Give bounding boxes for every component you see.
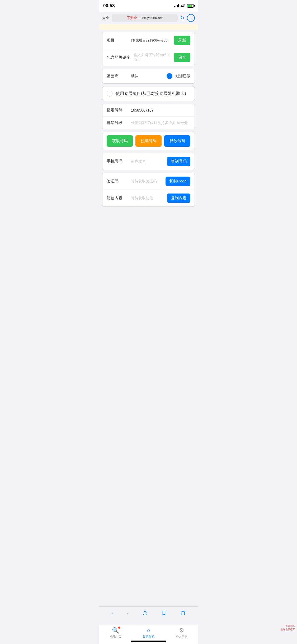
exclude-label: 排除号段 xyxy=(107,120,128,125)
copy-code-button[interactable]: 复制Code xyxy=(166,177,190,186)
battery-icon: ⚡ xyxy=(187,4,194,8)
url-separator: — xyxy=(138,16,141,20)
mobile-label: 手机号码 xyxy=(107,159,128,164)
verification-placeholder: 等待获取验证码 xyxy=(131,179,162,184)
copy-content-button[interactable]: 复制内容 xyxy=(167,194,190,203)
mobile-row: 手机号码 请先取号 复制号码 xyxy=(102,153,195,170)
verification-row: 验证码 等待获取验证码 复制Code xyxy=(102,173,195,190)
status-bar: 00:58 4G ⚡ xyxy=(99,0,198,12)
operator-row: 运营商 默认 ✓ 过滤已做 xyxy=(102,69,195,83)
project-card: 项目 [专属项目821906----3L57K4 刷新 包含的关键字 输入关键字… xyxy=(102,32,195,66)
refresh-project-button[interactable]: 刷新 xyxy=(174,36,190,45)
get-number-button[interactable]: 获取号码 xyxy=(107,135,133,147)
keyword-row: 包含的关键字 输入关键字过滤自己的项目 保存 xyxy=(102,49,195,66)
sms-placeholder: 等待获取短信 xyxy=(131,196,164,201)
release-number-button[interactable]: 释放号码 xyxy=(164,135,190,147)
url-host: h5.yezi66.net xyxy=(142,16,163,20)
phone-card: 指定号码 16585667167 排除号段 长度为3至7位且支持多个,用逗号分 xyxy=(102,104,195,129)
signal-icon xyxy=(174,4,179,7)
blacklist-button[interactable]: 拉黑号码 xyxy=(135,135,162,147)
url-bar[interactable]: 不安全 — h5.yezi66.net xyxy=(112,14,178,22)
exclude-input[interactable]: 长度为3至7位且支持多个,用逗号分 xyxy=(131,121,190,125)
phone-number-label: 指定号码 xyxy=(107,108,128,113)
mobile-placeholder: 请先取号 xyxy=(131,159,164,164)
phone-number-row: 指定号码 16585667167 xyxy=(102,104,195,117)
sms-row: 短信内容 等待获取短信 复制内容 xyxy=(102,190,195,206)
download-button[interactable]: ↓ xyxy=(187,14,195,22)
status-time: 00:58 xyxy=(103,3,115,8)
copy-number-button[interactable]: 复制号码 xyxy=(167,157,190,166)
project-row: 项目 [专属项目821906----3L57K4 刷新 xyxy=(102,32,195,49)
main-content: 项目 [专属项目821906----3L57K4 刷新 包含的关键字 输入关键字… xyxy=(99,30,198,259)
mobile-card: 手机号码 请先取号 复制号码 xyxy=(102,153,195,170)
status-icons: 4G ⚡ xyxy=(174,4,194,8)
project-label: 项目 xyxy=(107,38,128,43)
url-text: 不安全 — h5.yezi66.net xyxy=(127,16,163,20)
exclusive-row[interactable]: 使用专属项目(从已对接专属随机取卡) xyxy=(102,86,195,101)
verification-label: 验证码 xyxy=(107,179,128,184)
action-buttons-row: 获取号码 拉黑号码 释放号码 xyxy=(102,132,195,150)
top-banner xyxy=(99,24,198,30)
exclude-row: 排除号段 长度为3至7位且支持多个,用逗号分 xyxy=(102,117,195,129)
exclusive-radio[interactable] xyxy=(107,91,112,96)
keyword-label: 包含的关键字 xyxy=(107,55,130,60)
browser-bar: 大小 不安全 — h5.yezi66.net ↻ ↓ xyxy=(99,12,198,24)
phone-number-value: 16585667167 xyxy=(131,108,190,112)
operator-value: 默认 xyxy=(131,74,163,79)
exclusive-label: 使用专属项目(从已对接专属随机取卡) xyxy=(116,91,186,96)
filter-check-icon[interactable]: ✓ xyxy=(167,73,172,79)
filter-label: 过滤已做 xyxy=(176,74,190,79)
project-value: [专属项目821906----3L57K4 xyxy=(131,38,171,43)
font-size-button[interactable]: 大小 xyxy=(102,16,109,20)
operator-card: 运营商 默认 ✓ 过滤已做 xyxy=(102,69,195,84)
verification-card: 验证码 等待获取验证码 复制Code 短信内容 等待获取短信 复制内容 xyxy=(102,173,195,207)
operator-label: 运营商 xyxy=(107,74,128,79)
save-button[interactable]: 保存 xyxy=(174,53,190,62)
security-label: 不安全 xyxy=(127,16,137,20)
refresh-browser-button[interactable]: ↻ xyxy=(180,15,184,21)
network-label: 4G xyxy=(181,4,186,8)
keyword-input[interactable]: 输入关键字过滤自己的项目 xyxy=(134,53,171,62)
sms-label: 短信内容 xyxy=(107,196,128,201)
